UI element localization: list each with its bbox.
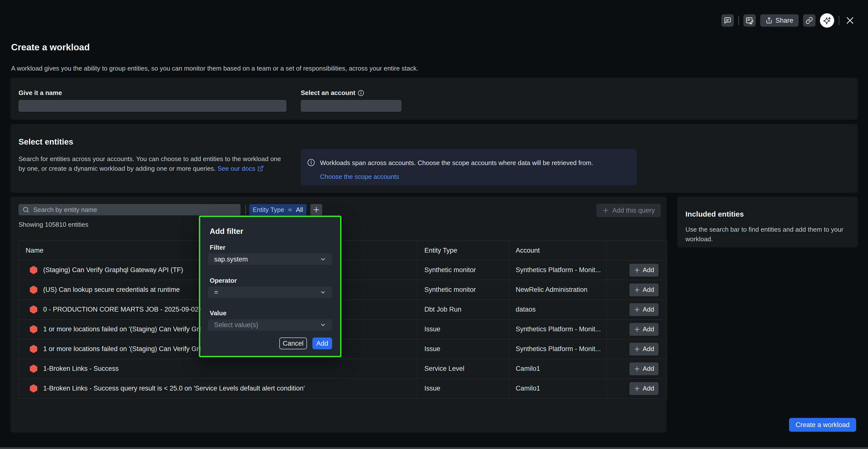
chevron-down-icon bbox=[320, 256, 326, 262]
add-entity-button[interactable]: Add bbox=[629, 362, 658, 375]
table-row[interactable]: 1-Broken Links - Success Service Level C… bbox=[19, 359, 667, 379]
modal-add-button[interactable]: Add bbox=[312, 338, 332, 349]
horizontal-scrollbar[interactable] bbox=[0, 447, 868, 449]
scope-accounts-info-text: Workloads span across accounts. Choose t… bbox=[320, 159, 628, 167]
entity-status-hexagon-icon bbox=[30, 345, 37, 353]
select-entities-title: Select entities bbox=[19, 137, 73, 147]
add-entity-button[interactable]: Add bbox=[629, 323, 658, 336]
entity-account: Camilo1 bbox=[508, 379, 607, 398]
add-entity-button[interactable]: Add bbox=[629, 343, 658, 355]
plus-icon bbox=[634, 385, 640, 392]
chip-value: All bbox=[296, 206, 303, 214]
operator-label: Operator bbox=[210, 277, 237, 284]
add-entity-label: Add bbox=[643, 306, 654, 313]
entity-search-box bbox=[19, 204, 241, 215]
entity-status-hexagon-icon bbox=[30, 384, 37, 393]
table-row[interactable]: 0 - PRODUCTION CORE MARTS JOB - 2025-09-… bbox=[19, 299, 667, 319]
filter-label: Filter bbox=[210, 244, 225, 251]
chevron-down-icon bbox=[320, 289, 326, 295]
entity-type: Issue bbox=[417, 319, 508, 339]
add-filter-button[interactable] bbox=[310, 204, 322, 215]
add-entity-label: Add bbox=[643, 365, 654, 373]
entity-name: 1 or more locations failed on '(Staging)… bbox=[43, 325, 214, 333]
operator-select[interactable]: = bbox=[208, 287, 332, 298]
select-entities-card: Select entities Search for entities acro… bbox=[10, 124, 858, 193]
entity-type-filter-chip[interactable]: Entity Type = All bbox=[249, 204, 306, 215]
table-row[interactable]: (US) Can lookup secure credentials at ru… bbox=[19, 280, 667, 299]
entity-name-cell: 1-Broken Links - Success query result is… bbox=[19, 379, 417, 398]
table-row[interactable]: 1-Broken Links - Success query result is… bbox=[19, 379, 667, 398]
entity-name-cell: 1-Broken Links - Success bbox=[19, 359, 417, 379]
info-icon bbox=[307, 159, 315, 166]
entity-account: Synthetics Platform - Monit... bbox=[508, 319, 607, 339]
close-button[interactable] bbox=[844, 14, 856, 27]
entity-type: Dbt Job Run bbox=[417, 300, 508, 319]
permalink-button[interactable] bbox=[803, 14, 815, 27]
entity-name: (US) Can lookup secure credentials at ru… bbox=[43, 286, 180, 294]
feedback-button[interactable] bbox=[721, 14, 734, 27]
entity-type: Issue bbox=[417, 339, 508, 359]
entity-name: (Staging) Can Verify Graphql Gateway API… bbox=[43, 266, 183, 274]
external-link-icon bbox=[257, 165, 264, 172]
entity-status-hexagon-icon bbox=[30, 306, 37, 314]
chip-field: Entity Type bbox=[253, 206, 284, 214]
table-row[interactable]: (Staging) Can Verify Graphql Gateway API… bbox=[19, 260, 667, 280]
add-entity-button[interactable]: Add bbox=[629, 382, 658, 395]
edit-document-icon bbox=[746, 17, 753, 24]
plus-icon bbox=[602, 207, 609, 214]
table-row[interactable]: 1 or more locations failed on '(Staging)… bbox=[19, 339, 667, 359]
add-entity-label: Add bbox=[643, 345, 654, 353]
add-this-query-button[interactable]: Add this query bbox=[596, 204, 661, 217]
close-icon bbox=[845, 15, 855, 25]
toolbar-divider bbox=[245, 204, 246, 215]
column-header-entity-type: Entity Type bbox=[417, 241, 508, 260]
add-entity-button[interactable]: Add bbox=[629, 303, 658, 316]
entity-actions-cell: Add bbox=[607, 339, 666, 359]
choose-scope-accounts-link[interactable]: Choose the scope accounts bbox=[320, 173, 399, 181]
entity-account: Camilo1 bbox=[508, 359, 607, 379]
create-workload-page: Share Create a workload A workload gives… bbox=[0, 0, 868, 449]
entity-name: 0 - PRODUCTION CORE MARTS JOB - 2025-09-… bbox=[43, 306, 217, 313]
entity-search-input[interactable] bbox=[33, 206, 237, 214]
entity-actions-cell: Add bbox=[607, 260, 666, 280]
notes-button[interactable] bbox=[743, 14, 756, 27]
plus-icon bbox=[634, 346, 640, 352]
account-select-input[interactable] bbox=[301, 100, 401, 112]
filter-select[interactable]: sap.system bbox=[208, 254, 332, 265]
workload-name-input[interactable] bbox=[19, 100, 286, 112]
ai-assistant-button[interactable] bbox=[820, 13, 834, 28]
value-select-placeholder: Select value(s) bbox=[214, 321, 320, 329]
cancel-button[interactable]: Cancel bbox=[279, 338, 307, 349]
value-select[interactable]: Select value(s) bbox=[208, 319, 332, 330]
add-entity-button[interactable]: Add bbox=[629, 264, 658, 277]
entity-name: 1-Broken Links - Success query result is… bbox=[43, 385, 305, 392]
plus-icon bbox=[634, 326, 640, 332]
share-button-label: Share bbox=[775, 17, 793, 25]
table-header-row: Name Entity Type Account bbox=[19, 241, 667, 260]
create-workload-button[interactable]: Create a workload bbox=[789, 418, 856, 432]
chip-operator: = bbox=[288, 206, 292, 214]
header-actions: Share bbox=[721, 13, 856, 28]
name-field-label: Give it a name bbox=[19, 89, 62, 97]
entity-actions-cell: Add bbox=[607, 300, 666, 319]
link-icon bbox=[806, 17, 813, 24]
sparkle-icon bbox=[823, 16, 831, 25]
add-entity-label: Add bbox=[643, 385, 654, 392]
table-row[interactable]: 1 or more locations failed on '(Staging)… bbox=[19, 319, 667, 339]
column-header-actions bbox=[607, 241, 666, 260]
entity-name: 1 or more locations failed on '(Staging)… bbox=[43, 345, 214, 353]
entity-type: Synthetic monitor bbox=[417, 280, 508, 299]
share-button[interactable]: Share bbox=[760, 14, 799, 27]
search-icon bbox=[19, 206, 29, 213]
column-header-account: Account bbox=[508, 241, 607, 260]
included-entities-description: Use the search bar to find entities and … bbox=[685, 225, 849, 244]
info-icon bbox=[358, 90, 364, 96]
included-entities-title: Included entities bbox=[685, 210, 744, 218]
entity-table-body: (Staging) Can Verify Graphql Gateway API… bbox=[19, 260, 667, 398]
operator-select-value: = bbox=[214, 289, 320, 296]
add-entity-button[interactable]: Add bbox=[629, 284, 658, 296]
add-filter-modal-title: Add filter bbox=[210, 227, 243, 236]
entity-status-hexagon-icon bbox=[30, 286, 37, 294]
see-our-docs-link[interactable]: See our docs bbox=[217, 165, 264, 172]
entity-account: NewRelic Administration bbox=[508, 280, 607, 299]
